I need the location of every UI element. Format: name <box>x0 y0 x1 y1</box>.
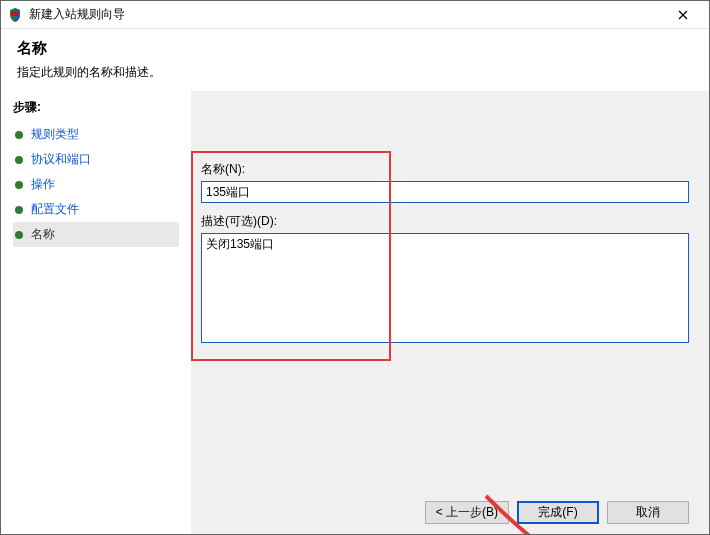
sidebar-item-label: 配置文件 <box>31 201 79 218</box>
name-label: 名称(N): <box>201 161 689 178</box>
sidebar-item-label: 规则类型 <box>31 126 79 143</box>
page-title: 名称 <box>17 39 693 58</box>
description-textarea[interactable] <box>201 233 689 343</box>
sidebar-item-label: 操作 <box>31 176 55 193</box>
bullet-icon <box>15 131 23 139</box>
content-pane: 名称(N): 描述(可选)(D): < 上一步(B) 完成(F) <box>191 91 709 535</box>
button-row: < 上一步(B) 完成(F) 取消 <box>425 501 689 524</box>
cancel-button[interactable]: 取消 <box>607 501 689 524</box>
sidebar-item-label: 协议和端口 <box>31 151 91 168</box>
bullet-icon <box>15 156 23 164</box>
description-label: 描述(可选)(D): <box>201 213 689 230</box>
close-icon <box>678 10 688 20</box>
name-input[interactable] <box>201 181 689 203</box>
form-area: 名称(N): 描述(可选)(D): <box>201 161 689 356</box>
sidebar-item-label: 名称 <box>31 226 55 243</box>
sidebar-item-protocol-ports[interactable]: 协议和端口 <box>13 147 179 172</box>
sidebar-item-name[interactable]: 名称 <box>13 222 179 247</box>
page-subtitle: 指定此规则的名称和描述。 <box>17 64 693 81</box>
svg-rect-0 <box>11 11 19 16</box>
wizard-body: 步骤: 规则类型 协议和端口 操作 配置文件 <box>1 91 709 535</box>
bullet-icon <box>15 231 23 239</box>
sidebar-item-action[interactable]: 操作 <box>13 172 179 197</box>
app-icon <box>7 7 23 23</box>
bullet-icon <box>15 181 23 189</box>
finish-button[interactable]: 完成(F) <box>517 501 599 524</box>
bullet-icon <box>15 206 23 214</box>
sidebar-item-rule-type[interactable]: 规则类型 <box>13 122 179 147</box>
back-button[interactable]: < 上一步(B) <box>425 501 509 524</box>
close-button[interactable] <box>663 2 703 28</box>
window-title: 新建入站规则向导 <box>29 6 663 23</box>
titlebar: 新建入站规则向导 <box>1 1 709 29</box>
sidebar-item-profile[interactable]: 配置文件 <box>13 197 179 222</box>
wizard-header: 名称 指定此规则的名称和描述。 <box>1 29 709 91</box>
steps-sidebar: 步骤: 规则类型 协议和端口 操作 配置文件 <box>1 91 191 535</box>
wizard-window: 新建入站规则向导 名称 指定此规则的名称和描述。 步骤: 规则类型 协议和端口 <box>0 0 710 535</box>
steps-label: 步骤: <box>13 99 179 116</box>
